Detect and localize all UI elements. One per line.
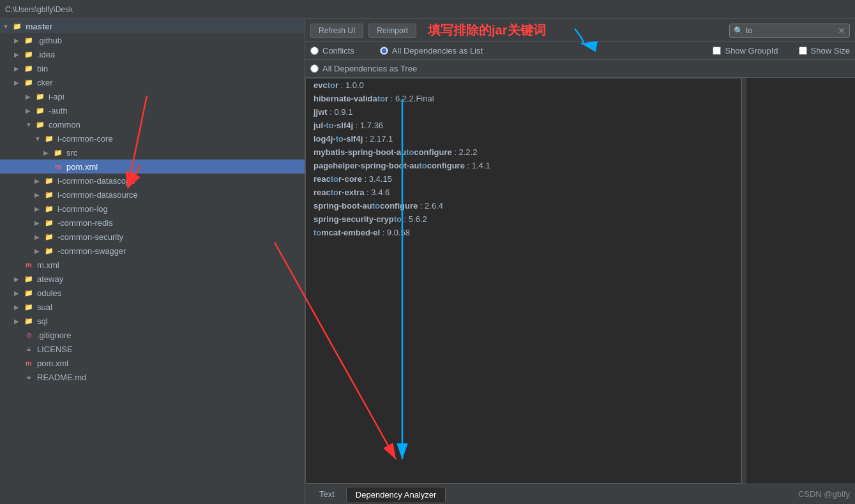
dep-list-item[interactable]: spring-boot-autoconfigure : 2.6.4 bbox=[306, 199, 741, 212]
reimport-button[interactable]: Reimport bbox=[368, 24, 416, 38]
tree-item-github[interactable]: ▶ 📁 .github bbox=[0, 33, 305, 47]
tree-item-pomxml-selected[interactable]: m pom.xml bbox=[0, 159, 305, 174]
all-dep-list-radio[interactable] bbox=[380, 47, 388, 55]
folder-icon: 📁 bbox=[23, 77, 34, 87]
tree-item-label: -common-redis bbox=[57, 218, 113, 228]
expand-arrow: ▶ bbox=[26, 93, 34, 100]
tab-dep-analyzer[interactable]: Dependency Analyzer bbox=[346, 487, 446, 502]
dep-list-item[interactable]: jul-to-slf4j : 1.7.36 bbox=[306, 119, 741, 132]
tree-item-gitignore[interactable]: ⊘ .gitignore bbox=[0, 328, 305, 342]
all-dep-tree-label[interactable]: All Dependencies as Tree bbox=[322, 64, 417, 73]
search-input[interactable] bbox=[746, 26, 835, 35]
expand-arrow: ▶ bbox=[14, 65, 23, 72]
folder-icon: 📁 bbox=[23, 35, 34, 45]
dep-list-item[interactable]: mybatis-spring-boot-autoconfigure : 2.2.… bbox=[306, 145, 741, 159]
all-dep-tree-radio[interactable] bbox=[310, 64, 319, 73]
tree-item-readme[interactable]: ≡ README.md bbox=[0, 370, 305, 384]
dep-list-item[interactable]: reactor-core : 3.4.15 bbox=[306, 172, 741, 186]
show-groupid-checkbox[interactable] bbox=[713, 47, 721, 55]
tree-item-icommoncore[interactable]: ▼ 📁 i-common-core bbox=[0, 131, 305, 145]
file-icon: ≡ bbox=[23, 344, 34, 354]
tree-item-pomxml[interactable]: m pom.xml bbox=[0, 356, 305, 370]
annotation-text: 填写排除的jar关键词 bbox=[428, 22, 545, 39]
expand-arrow: ▼ bbox=[34, 135, 43, 142]
tab-text[interactable]: Text bbox=[310, 487, 344, 501]
dep-main-area: evctor : 1.0.0hibernate-validator : 6.2.… bbox=[305, 78, 855, 484]
tree-item-gateway[interactable]: ▶ 📁 ateway bbox=[0, 272, 305, 286]
tree-item-label: .idea bbox=[37, 50, 55, 59]
show-size-label[interactable]: Show Size bbox=[811, 46, 850, 56]
tree-item-label: cker bbox=[37, 78, 53, 87]
conflicts-label[interactable]: Conflicts bbox=[322, 46, 354, 56]
tree-header-label: master bbox=[26, 22, 53, 31]
tree-header[interactable]: ▼ 📁 master bbox=[0, 19, 305, 33]
tree-item-log[interactable]: ▶ 📁 i-common-log bbox=[0, 202, 305, 216]
folder-icon: 📁 bbox=[34, 119, 46, 130]
folder-icon: 📁 bbox=[23, 316, 34, 326]
main-area: ▼ 📁 master ▶ 📁 .github ▶ 📁 .idea ▶ 📁 bin bbox=[0, 19, 855, 504]
tree-item-mxml[interactable]: m m.xml bbox=[0, 258, 305, 272]
tree-item-idea[interactable]: ▶ 📁 .idea bbox=[0, 47, 305, 61]
tree-item-label: README.md bbox=[37, 373, 86, 382]
folder-icon: 📁 bbox=[23, 49, 34, 59]
dep-list-item[interactable]: reactor-extra : 3.4.6 bbox=[306, 186, 741, 199]
tree-item-label: -auth bbox=[49, 106, 68, 115]
folder-icon: 📁 bbox=[43, 246, 55, 256]
tree-item-common[interactable]: ▼ 📁 common bbox=[0, 117, 305, 131]
dep-list: evctor : 1.0.0hibernate-validator : 6.2.… bbox=[306, 78, 741, 239]
tree-item-datasource[interactable]: ▶ 📁 i-common-datasource bbox=[0, 188, 305, 202]
dep-list-item[interactable]: jjwt : 0.9.1 bbox=[306, 105, 741, 119]
tree-item-cker[interactable]: ▶ 📁 cker bbox=[0, 75, 305, 89]
expand-arrow: ▶ bbox=[14, 276, 23, 283]
refresh-ui-button[interactable]: Refresh UI bbox=[310, 24, 363, 38]
dep-list-item[interactable]: log4j-to-slf4j : 2.17.1 bbox=[306, 132, 741, 145]
dep-list-item[interactable]: hibernate-validator : 6.2.2.Final bbox=[306, 92, 741, 105]
folder-icon: 📁 bbox=[23, 302, 34, 312]
dep-list-item[interactable]: pagehelper-spring-boot-autoconfigure : 1… bbox=[306, 159, 741, 172]
show-groupid-label[interactable]: Show GroupId bbox=[725, 46, 778, 56]
folder-icon: 📁 bbox=[43, 189, 55, 200]
search-close-icon[interactable]: ✕ bbox=[838, 26, 845, 36]
tree-item-iapi[interactable]: ▶ 📁 i-api bbox=[0, 89, 305, 103]
path-label: C:\Users\gblfy\Desk bbox=[5, 5, 73, 14]
right-detail-panel bbox=[746, 78, 855, 484]
expand-arrow: ▼ bbox=[3, 23, 11, 30]
tree-item-license[interactable]: ≡ LICENSE bbox=[0, 342, 305, 356]
expand-arrow: ▶ bbox=[14, 290, 23, 297]
show-size-checkbox[interactable] bbox=[799, 47, 807, 55]
dep-list-item[interactable]: evctor : 1.0.0 bbox=[306, 78, 741, 92]
dep-scroll-area[interactable]: evctor : 1.0.0hibernate-validator : 6.2.… bbox=[306, 78, 741, 483]
tree-item-label: .github bbox=[37, 36, 62, 45]
expand-arrow: ▶ bbox=[34, 205, 43, 212]
tree-item-security[interactable]: ▶ 📁 -common-security bbox=[0, 230, 305, 244]
all-dep-tree-radio-group: All Dependencies as Tree bbox=[310, 64, 417, 73]
tree-item-visual[interactable]: ▶ 📁 sual bbox=[0, 300, 305, 314]
expand-arrow: ▶ bbox=[14, 37, 23, 44]
tree-item-label: pom.xml bbox=[66, 162, 98, 172]
tree-item-datascope[interactable]: ▶ 📁 i-common-datascope bbox=[0, 174, 305, 188]
dep-list-item[interactable]: spring-security-crypto : 5.6.2 bbox=[306, 212, 741, 226]
all-dep-tree-row: All Dependencies as Tree bbox=[305, 60, 855, 78]
gitignore-icon: ⊘ bbox=[23, 330, 34, 340]
tree-item-label: i-common-log bbox=[57, 204, 108, 214]
folder-icon: 📁 bbox=[43, 204, 55, 214]
tree-item-auth[interactable]: ▶ 📁 -auth bbox=[0, 103, 305, 117]
expand-arrow: ▶ bbox=[14, 304, 23, 311]
conflicts-radio[interactable] bbox=[310, 47, 319, 55]
tree-item-modules[interactable]: ▶ 📁 odules bbox=[0, 286, 305, 300]
right-splitter bbox=[741, 78, 746, 484]
tree-item-label: src bbox=[66, 148, 77, 158]
tree-item-label: m.xml bbox=[37, 260, 59, 270]
all-dep-list-label[interactable]: All Dependencies as List bbox=[392, 46, 483, 56]
expand-arrow: ▶ bbox=[34, 177, 43, 184]
tree-item-swagger[interactable]: ▶ 📁 -common-swagger bbox=[0, 244, 305, 258]
tree-item-bin[interactable]: ▶ 📁 bin bbox=[0, 61, 305, 75]
tree-item-redis[interactable]: ▶ 📁 -common-redis bbox=[0, 216, 305, 230]
folder-icon: 📁 bbox=[23, 288, 34, 298]
tree-item-label: i-api bbox=[49, 92, 64, 101]
tree-item-label: ateway bbox=[37, 274, 63, 284]
tree-item-src[interactable]: ▶ 📁 src bbox=[0, 145, 305, 159]
xml-icon: m bbox=[52, 161, 64, 172]
dep-list-item[interactable]: tomcat-embed-el : 9.0.58 bbox=[306, 226, 741, 239]
tree-item-sql[interactable]: ▶ 📁 sql bbox=[0, 314, 305, 328]
